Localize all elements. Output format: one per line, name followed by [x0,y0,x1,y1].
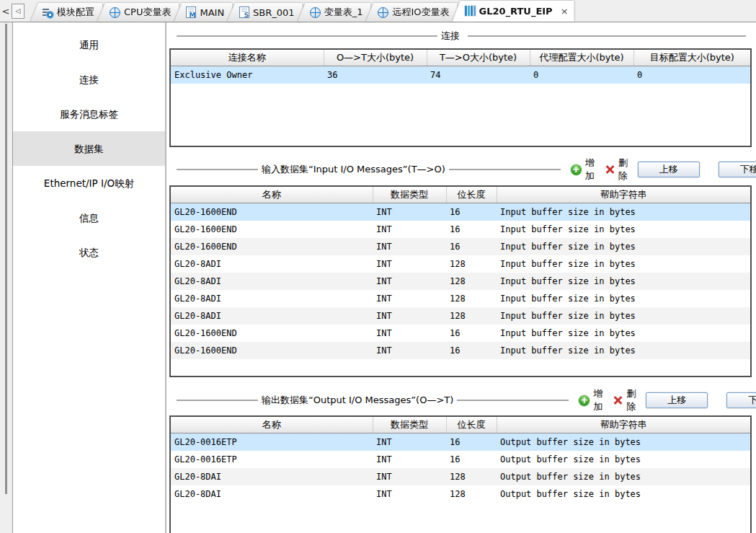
column-header[interactable]: 连接名称 [171,50,324,66]
delete-input-dataset-button[interactable]: 删除 [605,157,628,182]
collapse-tabs-button[interactable]: ◁ [12,4,25,19]
table-cell[interactable]: INT [373,238,446,255]
column-header[interactable]: 名称 [171,417,373,433]
input-move-up-button[interactable]: 上移 [638,162,700,177]
sidebar-item-信息[interactable]: 信息 [13,201,165,235]
column-header[interactable]: 名称 [171,187,373,203]
table-cell[interactable]: 128 [446,255,497,273]
table-cell[interactable]: INT [373,290,446,307]
output-move-down-button[interactable]: 下移 [726,392,756,408]
table-row[interactable]: GL20-8ADIINT128Input buffer size in byte… [171,307,750,325]
sidebar-item-状态[interactable]: 状态 [13,235,165,270]
table-cell[interactable]: Input buffer size in bytes [497,342,750,359]
table-row[interactable]: GL20-1600ENDINT16Input buffer size in by… [171,325,750,342]
table-cell[interactable]: Input buffer size in bytes [497,238,750,255]
column-header[interactable]: T—>O大小(byte) [427,50,530,66]
table-row[interactable]: GL20-1600ENDINT16Input buffer size in by… [171,203,750,221]
column-header[interactable]: 数据类型 [373,417,446,433]
table-cell[interactable]: GL20-1600END [171,342,373,359]
table-cell[interactable]: Input buffer size in bytes [497,203,750,221]
table-cell[interactable]: GL20-1600END [171,238,373,255]
table-row[interactable]: GL20-1600ENDINT16Input buffer size in by… [171,342,750,359]
table-cell[interactable]: 128 [446,307,497,325]
table-cell[interactable]: GL20-8DAI [171,468,373,485]
table-cell[interactable]: INT [373,485,446,503]
table-cell[interactable]: GL20-8ADI [171,273,373,290]
input-move-down-button[interactable]: 下移 [719,162,756,177]
sidebar-item-服务消息标签[interactable]: 服务消息标签 [13,97,165,131]
table-cell[interactable]: GL20-1600END [171,221,373,238]
table-cell[interactable]: 16 [446,433,497,451]
table-cell[interactable]: GL20-0016ETP [171,433,373,451]
table-cell[interactable]: 16 [446,451,497,468]
column-header[interactable]: 帮助字符串 [497,187,750,203]
table-cell[interactable]: INT [373,255,446,273]
table-cell[interactable]: INT [373,433,446,451]
table-cell[interactable]: 128 [446,485,497,503]
table-cell[interactable]: 16 [446,325,497,342]
tab-变量表_1[interactable]: 变量表_1 [298,3,371,22]
table-cell[interactable]: 128 [446,273,497,290]
table-cell[interactable]: GL20-8ADI [171,255,373,273]
table-cell[interactable]: 0 [530,66,633,84]
table-cell[interactable]: INT [373,203,446,221]
add-input-dataset-button[interactable]: 增加 [571,157,595,182]
tab-SBR_001[interactable]: SBR_001 [227,3,303,22]
table-cell[interactable]: 74 [427,66,530,84]
sidebar-item-连接[interactable]: 连接 [13,62,165,97]
table-row[interactable]: GL20-8DAIINT128Output buffer size in byt… [171,468,750,485]
sidebar-item-通用[interactable]: 通用 [13,27,165,62]
table-cell[interactable]: Input buffer size in bytes [497,325,750,342]
table-cell[interactable]: 128 [446,468,497,485]
table-cell[interactable]: INT [373,451,446,468]
table-cell[interactable]: GL20-1600END [171,325,373,342]
table-cell[interactable]: Input buffer size in bytes [497,307,750,325]
table-row[interactable]: GL20-8DAIINT128Output buffer size in byt… [171,485,750,503]
table-cell[interactable]: 128 [446,290,497,307]
table-cell[interactable]: INT [373,325,446,342]
table-row[interactable]: Exclusive Owner367400 [171,66,750,84]
table-cell[interactable]: Input buffer size in bytes [497,255,750,273]
table-cell[interactable]: 36 [324,66,427,84]
table-cell[interactable]: Output buffer size in bytes [497,468,750,485]
table-cell[interactable]: INT [373,273,446,290]
table-row[interactable]: GL20-0016ETPINT16Output buffer size in b… [171,451,750,468]
tab-CPU变量表[interactable]: CPU变量表 [97,3,179,22]
table-cell[interactable]: 16 [446,221,497,238]
table-cell[interactable]: Output buffer size in bytes [497,451,750,468]
scroll-tabs-left-icon[interactable]: < [1,6,10,17]
tab-远程IO变量表[interactable]: 远程IO变量表 [365,3,457,22]
delete-output-dataset-button[interactable]: 删除 [613,387,636,413]
table-cell[interactable]: GL20-8DAI [171,485,373,503]
table-cell[interactable]: 16 [446,203,497,221]
table-cell[interactable]: GL20-1600END [171,203,373,221]
column-header[interactable]: 目标配置大小(byte) [633,50,750,66]
left-scrollbar-rail[interactable] [0,22,13,533]
table-cell[interactable]: INT [373,221,446,238]
tab-GL20_RTU_EIP[interactable]: GL20_RTU_EIP× [453,1,574,22]
output-move-up-button[interactable]: 上移 [646,392,708,408]
tab-MAIN[interactable]: MAIN [174,3,232,22]
sidebar-item-Ethernet/IP I/O映射[interactable]: Ethernet/IP I/O映射 [13,166,165,201]
table-cell[interactable]: GL20-0016ETP [171,451,373,468]
table-row[interactable]: GL20-1600ENDINT16Input buffer size in by… [171,238,750,255]
table-cell[interactable]: 16 [446,342,497,359]
table-cell[interactable]: Output buffer size in bytes [497,433,750,451]
column-header[interactable]: 代理配置大小(byte) [530,50,633,66]
column-header[interactable]: 数据类型 [373,187,446,203]
table-cell[interactable]: Input buffer size in bytes [497,273,750,290]
add-output-dataset-button[interactable]: 增加 [579,387,602,413]
table-cell[interactable]: Output buffer size in bytes [497,485,750,503]
table-row[interactable]: GL20-8ADIINT128Input buffer size in byte… [171,273,750,290]
table-cell[interactable]: GL20-8ADI [171,290,373,307]
table-row[interactable]: GL20-0016ETPINT16Output buffer size in b… [171,433,750,451]
table-cell[interactable]: Input buffer size in bytes [497,221,750,238]
close-tab-icon[interactable]: × [561,6,569,17]
table-cell[interactable]: INT [373,342,446,359]
tab-模块配置[interactable]: 模块配置 [30,3,102,22]
sidebar-item-数据集[interactable]: 数据集 [13,131,165,166]
column-header[interactable]: 位长度 [446,187,497,203]
table-row[interactable]: GL20-8ADIINT128Input buffer size in byte… [171,290,750,307]
table-cell[interactable]: INT [373,307,446,325]
column-header[interactable]: O—>T大小(byte) [324,50,427,66]
